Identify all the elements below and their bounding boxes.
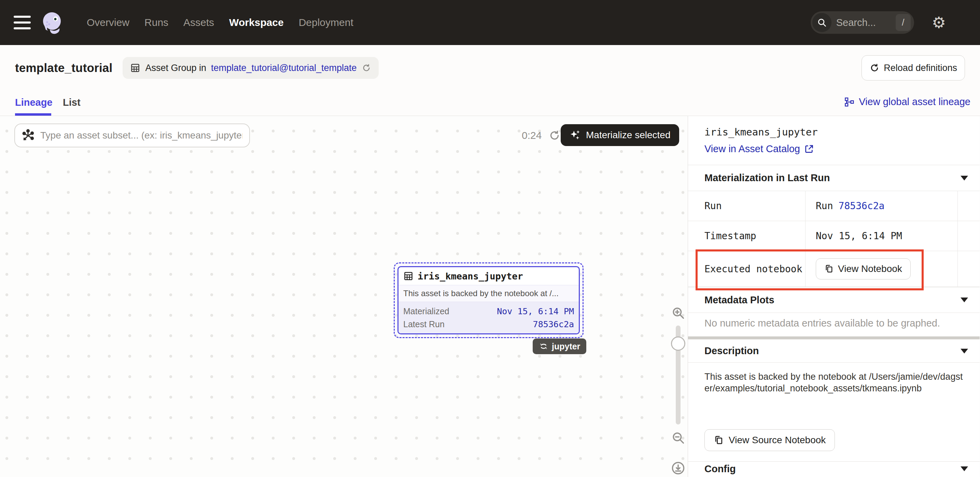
reload-definitions-button[interactable]: Reload definitions	[862, 55, 965, 81]
reload-icon	[869, 63, 880, 73]
hamburger-menu-icon[interactable]	[14, 16, 31, 29]
section-materialization-title: Materialization in Last Run	[705, 172, 830, 184]
reload-definitions-label: Reload definitions	[884, 63, 957, 73]
nav-item-assets[interactable]: Assets	[183, 17, 214, 29]
section-config-title: Config	[705, 463, 736, 475]
search-icon	[812, 13, 832, 32]
view-in-asset-catalog-label: View in Asset Catalog	[705, 143, 800, 155]
section-materialization-last-run[interactable]: Materialization in Last Run	[688, 165, 980, 191]
zoom-slider-handle[interactable]	[671, 336, 685, 351]
view-global-asset-lineage-link[interactable]: View global asset lineage	[845, 96, 970, 108]
asset-node-description: This asset is backed by the notebook at …	[398, 285, 579, 302]
timestamp-row-label: Timestamp	[688, 221, 805, 251]
top-nav: Overview Runs Assets Workspace Deploymen…	[0, 0, 980, 45]
timestamp-row-value: Nov 15, 6:14 PM	[805, 221, 958, 251]
zoom-out-icon[interactable]	[671, 431, 685, 445]
asset-node[interactable]: iris_kmeans_jupyter This asset is backed…	[398, 266, 580, 334]
table-icon	[403, 271, 414, 281]
search-input[interactable]: Search... /	[811, 11, 914, 34]
nav-item-deployment[interactable]: Deployment	[299, 17, 353, 29]
view-notebook-label: View Notebook	[838, 263, 902, 274]
section-metadata-plots-title: Metadata Plots	[705, 295, 775, 306]
section-description-title: Description	[705, 345, 759, 357]
notebook-copy-icon	[824, 264, 834, 274]
description-text: This asset is backed by the notebook at …	[688, 362, 980, 427]
external-link-icon	[804, 144, 814, 154]
asset-subset-text-field[interactable]	[40, 130, 243, 141]
jupyter-icon	[539, 342, 548, 351]
run-id-link[interactable]: 78536c2a	[838, 200, 885, 212]
graph-selector-icon	[21, 128, 35, 142]
view-source-notebook-label: View Source Notebook	[729, 435, 826, 445]
gear-icon[interactable]: ⚙	[932, 15, 946, 30]
materialize-selected-button[interactable]: Materialize selected	[561, 124, 679, 146]
materialize-selected-label: Materialize selected	[586, 130, 670, 141]
latest-run-label: Latest Run	[403, 319, 445, 329]
notebook-copy-icon	[714, 435, 724, 445]
sparkle-icon	[570, 129, 581, 141]
run-row-label: Run	[688, 191, 805, 221]
panel-asset-title: iris_kmeans_jupyter	[705, 126, 980, 138]
caret-down-icon	[961, 298, 968, 302]
asset-detail-panel: iris_kmeans_jupyter View in Asset Catalo…	[688, 116, 980, 477]
view-in-asset-catalog-link[interactable]: View in Asset Catalog	[705, 143, 814, 155]
section-description[interactable]: Description	[688, 339, 980, 362]
nav-item-overview[interactable]: Overview	[87, 17, 129, 29]
section-config[interactable]: Config	[688, 461, 980, 476]
download-graph-icon[interactable]	[671, 461, 686, 475]
lineage-graph-icon	[845, 97, 855, 107]
nav-item-runs[interactable]: Runs	[145, 17, 168, 29]
asset-node-stats: Materialized Nov 15, 6:14 PM Latest Run …	[398, 302, 579, 333]
zoom-controls	[666, 306, 690, 475]
run-row-value: Run 78536c2a	[805, 191, 958, 221]
kind-tag-label: jupyter	[552, 342, 580, 352]
asset-node-selection[interactable]: iris_kmeans_jupyter This asset is backed…	[394, 262, 584, 338]
dagster-logo-icon[interactable]	[40, 10, 65, 35]
caret-down-icon	[961, 349, 968, 353]
metadata-plots-empty-message: No numeric metadata entries available to…	[688, 312, 980, 336]
panel-splitter[interactable]	[688, 336, 980, 339]
caret-down-icon	[961, 466, 968, 471]
view-notebook-button[interactable]: View Notebook	[816, 258, 911, 279]
view-source-notebook-button[interactable]: View Source Notebook	[705, 429, 835, 451]
tab-lineage[interactable]: Lineage	[15, 97, 52, 108]
executed-notebook-row-extra	[958, 251, 980, 287]
asset-group-link[interactable]: template_tutorial@tutorial_template	[211, 63, 357, 73]
run-row-extra	[958, 191, 980, 221]
caret-down-icon	[961, 176, 968, 181]
executed-notebook-row-label: Executed notebook	[688, 251, 805, 287]
active-tab-underline	[15, 113, 51, 116]
tab-list[interactable]: List	[63, 97, 81, 108]
refresh-timer: 0:24	[522, 130, 542, 141]
zoom-slider[interactable]	[676, 325, 681, 425]
nav-item-workspace[interactable]: Workspace	[229, 17, 284, 29]
kind-tag-jupyter[interactable]: jupyter	[533, 339, 586, 354]
search-placeholder: Search...	[836, 17, 896, 29]
tabs-row: Lineage List View global asset lineage	[0, 89, 980, 116]
asset-group-badge: Asset Group in template_tutorial@tutoria…	[123, 57, 378, 79]
zoom-in-icon[interactable]	[671, 306, 685, 320]
view-global-asset-lineage-label: View global asset lineage	[859, 96, 970, 108]
nav-items: Overview Runs Assets Workspace Deploymen…	[87, 17, 353, 29]
page-header: template_tutorial Asset Group in templat…	[0, 45, 980, 116]
run-value-prefix: Run	[816, 200, 833, 212]
materialized-label: Materialized	[403, 306, 449, 316]
materialization-table: Run Run 78536c2a Timestamp Nov 15, 6:14 …	[688, 191, 980, 287]
asset-group-label: Asset Group in	[145, 63, 206, 73]
asset-group-icon	[130, 63, 140, 73]
section-metadata-plots[interactable]: Metadata Plots	[688, 287, 980, 312]
executed-notebook-row-value: View Notebook	[805, 251, 958, 287]
refresh-icon[interactable]	[362, 63, 371, 73]
latest-run-value[interactable]: 78536c2a	[533, 319, 574, 329]
search-shortcut-badge: /	[896, 14, 911, 31]
refresh-graph-icon[interactable]	[548, 129, 561, 142]
materialized-value[interactable]: Nov 15, 6:14 PM	[497, 306, 574, 316]
page-title: template_tutorial	[15, 61, 112, 75]
asset-subset-input[interactable]	[14, 124, 250, 147]
timestamp-row-extra	[958, 221, 980, 251]
asset-graph-canvas[interactable]: 0:24 Materialize selected	[0, 116, 688, 477]
asset-node-name: iris_kmeans_jupyter	[418, 271, 523, 282]
